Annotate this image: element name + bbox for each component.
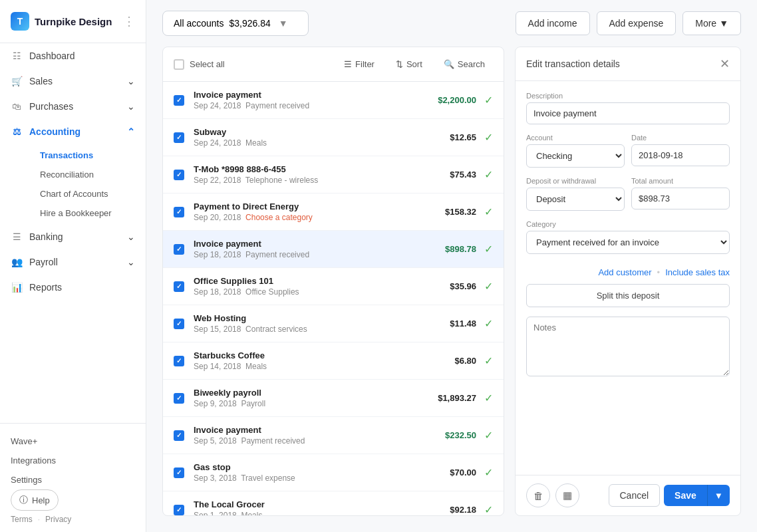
- row-info: Subway Sep 24, 2018 Meals: [194, 127, 450, 148]
- table-row[interactable]: ✓ Gas stop Sep 3, 2018 Travel expense $7…: [163, 454, 504, 491]
- sidebar-item-waveplus[interactable]: Wave+: [11, 432, 135, 451]
- add-expense-button[interactable]: Add expense: [597, 11, 677, 35]
- account-selector[interactable]: All accounts $3,926.84 ▼: [162, 11, 309, 36]
- row-checkbox[interactable]: ✓: [174, 281, 194, 292]
- trash-icon: 🗑: [533, 490, 543, 501]
- sidebar-item-purchases[interactable]: 🛍 Purchases ⌄: [0, 94, 146, 119]
- table-row[interactable]: ✓ Subway Sep 24, 2018 Meals $12.65 ✓: [163, 119, 504, 156]
- row-checkbox[interactable]: ✓: [174, 95, 194, 106]
- sidebar-item-transactions[interactable]: Transactions: [29, 146, 146, 165]
- help-button[interactable]: ⓘ Help: [11, 489, 59, 511]
- delete-button[interactable]: 🗑: [526, 483, 550, 507]
- check-icon: ✓: [484, 280, 493, 293]
- row-checkbox[interactable]: ✓: [174, 244, 194, 255]
- sidebar-toggle[interactable]: ⋮: [123, 14, 135, 29]
- table-row[interactable]: ✓ The Local Grocer Sep 1, 2018 Meals $92…: [163, 491, 504, 515]
- table-row[interactable]: ✓ Web Hosting Sep 15, 2018 Contract serv…: [163, 305, 504, 342]
- more-chevron-icon: ▼: [719, 18, 728, 29]
- table-row[interactable]: ✓ Office Supplies 101 Sep 18, 2018 Offic…: [163, 268, 504, 305]
- row-category: Payroll: [241, 399, 265, 408]
- split-deposit-button[interactable]: Split this deposit: [526, 284, 730, 307]
- sidebar-item-banking[interactable]: ☰ Banking ⌄: [0, 224, 146, 249]
- cancel-button[interactable]: Cancel: [609, 484, 661, 507]
- notes-textarea[interactable]: [526, 317, 730, 376]
- row-info: Payment to Direct Energy Sep 20, 2018 Ch…: [194, 201, 445, 222]
- sort-icon: ⇅: [396, 59, 403, 69]
- row-meta: Sep 9, 2018 Payroll: [194, 399, 438, 408]
- include-tax-link[interactable]: Include sales tax: [665, 267, 730, 277]
- sidebar-item-hire-bookkeeper[interactable]: Hire a Bookkeeper: [29, 203, 146, 223]
- filter-button[interactable]: ☰ Filter: [336, 55, 382, 73]
- row-checkbox[interactable]: ✓: [174, 430, 194, 441]
- row-name: Subway: [194, 127, 450, 137]
- row-checkbox[interactable]: ✓: [174, 393, 194, 404]
- row-meta: Sep 18, 2018 Payment received: [194, 250, 445, 259]
- date-input[interactable]: [631, 144, 730, 166]
- edit-footer: 🗑 ▦ Cancel Save ▼: [516, 475, 740, 515]
- row-checkbox[interactable]: ✓: [174, 170, 194, 180]
- duplicate-button[interactable]: ▦: [555, 483, 579, 507]
- accounting-submenu: Transactions Reconciliation Chart of Acc…: [0, 144, 146, 224]
- brand-bar: T Turnpike Design ⋮: [0, 0, 146, 43]
- deposit-group: Deposit or withdrawal Deposit Withdrawal: [526, 177, 625, 211]
- row-checkbox[interactable]: ✓: [174, 319, 194, 329]
- deposit-select[interactable]: Deposit Withdrawal: [526, 188, 625, 211]
- more-button[interactable]: More ▼: [682, 11, 741, 35]
- table-row[interactable]: ✓ T-Mob *8998 888-6-455 Sep 22, 2018 Tel…: [163, 156, 504, 194]
- add-income-button[interactable]: Add income: [516, 11, 590, 35]
- check-icon: ✓: [484, 131, 493, 144]
- total-amount-input[interactable]: [631, 188, 730, 209]
- terms-link[interactable]: Terms: [11, 515, 33, 524]
- row-checkbox[interactable]: ✓: [174, 505, 194, 515]
- account-select[interactable]: Checking: [526, 144, 625, 168]
- row-amount: $158.32: [445, 207, 476, 217]
- sidebar: T Turnpike Design ⋮ ☷ Dashboard 🛒 Sales …: [0, 0, 146, 532]
- sidebar-item-settings[interactable]: Settings: [11, 470, 135, 489]
- help-circle-icon: ⓘ: [19, 494, 28, 506]
- row-amount: $1,893.27: [438, 393, 476, 403]
- save-button[interactable]: Save: [664, 485, 707, 506]
- row-amount: $12.65: [450, 132, 476, 142]
- toolbar-actions: ☰ Filter ⇅ Sort 🔍 Search: [336, 55, 493, 73]
- deposit-amount-row: Deposit or withdrawal Deposit Withdrawal…: [526, 177, 730, 211]
- table-row[interactable]: ✓ Invoice payment Sep 24, 2018 Payment r…: [163, 82, 504, 119]
- add-customer-link[interactable]: Add customer: [598, 267, 651, 277]
- search-icon: 🔍: [444, 59, 454, 69]
- sidebar-item-accounting[interactable]: ⚖ Accounting ⌃: [0, 119, 146, 144]
- search-button[interactable]: 🔍 Search: [436, 55, 493, 73]
- table-row[interactable]: ✓ Invoice payment Sep 18, 2018 Payment r…: [163, 231, 504, 268]
- sidebar-item-sales[interactable]: 🛒 Sales ⌄: [0, 68, 146, 94]
- close-edit-button[interactable]: ✕: [720, 57, 730, 71]
- description-input[interactable]: [526, 102, 730, 124]
- row-info: Invoice payment Sep 5, 2018 Payment rece…: [194, 425, 445, 446]
- row-name: Gas stop: [194, 462, 450, 472]
- save-dropdown-button[interactable]: ▼: [707, 485, 730, 506]
- sidebar-item-chart-of-accounts[interactable]: Chart of Accounts: [29, 184, 146, 203]
- row-name: Starbucks Coffee: [194, 350, 454, 360]
- select-all-checkbox[interactable]: [174, 59, 184, 70]
- check-icon: ✓: [484, 392, 493, 404]
- check-icon: ✓: [484, 168, 493, 181]
- sidebar-item-dashboard[interactable]: ☷ Dashboard: [0, 43, 146, 68]
- sidebar-item-payroll[interactable]: 👥 Payroll ⌄: [0, 249, 146, 275]
- sort-button[interactable]: ⇅ Sort: [388, 55, 430, 73]
- sidebar-item-reports[interactable]: 📊 Reports: [0, 275, 146, 300]
- footer-right: Cancel Save ▼: [609, 484, 730, 507]
- row-checkbox[interactable]: ✓: [174, 356, 194, 366]
- sidebar-item-integrations[interactable]: Integrations: [11, 451, 135, 470]
- row-info: Office Supplies 101 Sep 18, 2018 Office …: [194, 276, 450, 297]
- row-checkbox[interactable]: ✓: [174, 467, 194, 478]
- row-category: Meals: [245, 362, 267, 371]
- sidebar-item-reconciliation[interactable]: Reconciliation: [29, 165, 146, 184]
- table-row[interactable]: ✓ Biweekly payroll Sep 9, 2018 Payroll $…: [163, 380, 504, 417]
- category-select[interactable]: Payment received for an invoice: [526, 231, 730, 254]
- row-info: Invoice payment Sep 24, 2018 Payment rec…: [194, 90, 438, 110]
- row-amount: $232.50: [445, 430, 476, 440]
- row-checkbox[interactable]: ✓: [174, 132, 194, 143]
- sidebar-label-banking: Banking: [29, 231, 63, 242]
- table-row[interactable]: ✓ Starbucks Coffee Sep 14, 2018 Meals $6…: [163, 342, 504, 380]
- table-row[interactable]: ✓ Payment to Direct Energy Sep 20, 2018 …: [163, 194, 504, 231]
- table-row[interactable]: ✓ Invoice payment Sep 5, 2018 Payment re…: [163, 417, 504, 454]
- row-checkbox[interactable]: ✓: [174, 207, 194, 217]
- privacy-link[interactable]: Privacy: [45, 515, 71, 524]
